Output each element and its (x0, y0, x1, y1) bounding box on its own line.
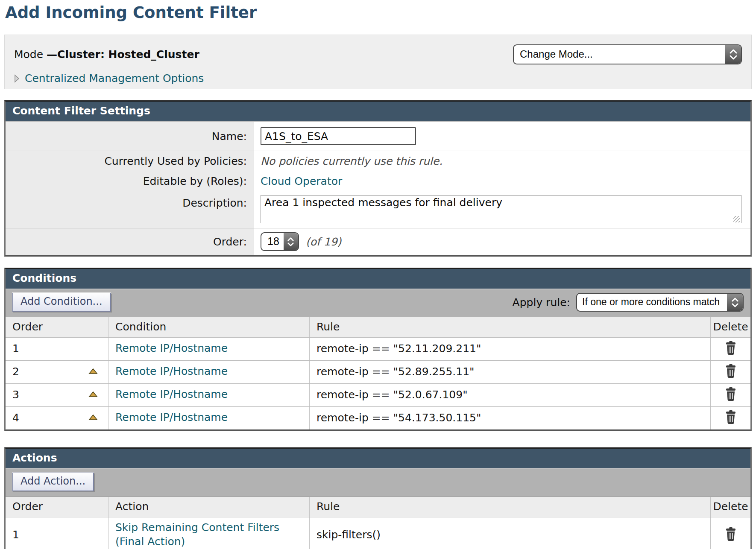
add-condition-button[interactable]: Add Condition... (12, 293, 111, 312)
move-up-button[interactable] (88, 414, 98, 422)
description-label: Description: (6, 191, 254, 228)
change-mode-selected-value: Change Mode... (514, 45, 725, 64)
condition-rule: remote-ip == "54.173.50.115" (309, 407, 710, 429)
mode-label: Mode (14, 48, 47, 61)
column-header-delete: Delete (710, 317, 750, 337)
action-rule: skip-filters() (309, 517, 710, 549)
condition-link[interactable]: Remote IP/Hostname (115, 411, 228, 425)
mode-text: Mode —Cluster: Hosted_Cluster (14, 48, 199, 61)
select-stepper-icon (284, 233, 298, 250)
conditions-column-headers: Order Condition Rule Delete (6, 317, 750, 337)
condition-order: 3 (12, 388, 19, 401)
condition-order: 2 (12, 365, 19, 378)
disclosure-triangle-icon[interactable] (14, 74, 20, 83)
actions-column-headers: Order Action Rule Delete (6, 497, 750, 517)
condition-link[interactable]: Remote IP/Hostname (115, 388, 228, 402)
apply-rule-select[interactable]: If one or more conditions match (576, 293, 744, 312)
move-up-button[interactable] (88, 368, 98, 376)
order-select[interactable]: 18 (261, 232, 299, 251)
conditions-toolbar: Add Condition... Apply rule: If one or m… (6, 289, 750, 317)
mode-panel: Mode —Cluster: Hosted_Cluster Change Mod… (4, 35, 752, 89)
conditions-header: Conditions (6, 269, 750, 289)
description-textarea[interactable]: Area 1 inspected messages for final deli… (261, 195, 741, 223)
action-link[interactable]: Skip Remaining Content Filters (Final Ac… (115, 521, 292, 549)
select-stepper-icon (725, 45, 741, 64)
editable-label: Editable by (Roles): (6, 171, 254, 191)
condition-link[interactable]: Remote IP/Hostname (115, 342, 228, 356)
delete-condition-button[interactable] (725, 341, 737, 356)
trash-icon (725, 387, 737, 402)
trash-icon (725, 527, 737, 542)
column-header-action: Action (108, 497, 309, 517)
column-header-order: Order (6, 497, 108, 517)
condition-rule: remote-ip == "52.11.209.211" (309, 338, 710, 360)
select-stepper-icon (727, 294, 743, 311)
description-row: Description: Area 1 inspected messages f… (6, 191, 750, 228)
actions-toolbar: Add Action... (6, 468, 750, 497)
move-up-button[interactable] (88, 391, 98, 399)
apply-rule-label: Apply rule: (513, 296, 570, 309)
table-row: 3 Remote IP/Hostname remote-ip == "52.0.… (6, 383, 750, 406)
table-row: 4 Remote IP/Hostname remote-ip == "54.17… (6, 406, 750, 429)
editable-row: Editable by (Roles): Cloud Operator (6, 171, 750, 191)
condition-rule: remote-ip == "52.89.255.11" (309, 361, 710, 383)
policies-row: Currently Used by Policies: No policies … (6, 151, 750, 171)
add-action-button[interactable]: Add Action... (12, 473, 94, 491)
delete-condition-button[interactable] (725, 364, 737, 379)
move-up-arrow-icon (88, 368, 98, 376)
name-label: Name: (6, 122, 254, 151)
order-selected-value: 18 (261, 233, 284, 250)
move-up-arrow-icon (88, 414, 98, 422)
order-label: Order: (6, 228, 254, 255)
content-filter-settings-header: Content Filter Settings (6, 102, 750, 121)
move-up-arrow-icon (88, 391, 98, 399)
column-header-order: Order (6, 317, 108, 337)
policies-label: Currently Used by Policies: (6, 151, 254, 171)
table-row: 1 Remote IP/Hostname remote-ip == "52.11… (6, 337, 750, 360)
order-total-note: (of 19) (306, 236, 341, 248)
action-order: 1 (12, 529, 19, 541)
order-row: Order: 18 (of 19) (6, 228, 750, 255)
table-row: 1 Skip Remaining Content Filters (Final … (6, 517, 750, 549)
trash-icon (725, 410, 737, 425)
column-header-rule: Rule (309, 497, 710, 517)
apply-rule-selected-value: If one or more conditions match (577, 294, 727, 311)
trash-icon (725, 341, 737, 356)
column-header-rule: Rule (309, 317, 710, 337)
delete-action-button[interactable] (725, 527, 737, 542)
change-mode-select[interactable]: Change Mode... (513, 44, 742, 64)
mode-value: —Cluster: Hosted_Cluster (47, 48, 199, 61)
editable-roles-link[interactable]: Cloud Operator (261, 175, 342, 187)
actions-header: Actions (6, 449, 750, 468)
centralized-management-options-link[interactable]: Centralized Management Options (25, 72, 204, 85)
conditions-section: Conditions Add Condition... Apply rule: … (4, 268, 752, 431)
condition-order: 4 (12, 412, 19, 424)
condition-rule: remote-ip == "52.0.67.109" (309, 384, 710, 406)
delete-condition-button[interactable] (725, 387, 737, 402)
delete-condition-button[interactable] (725, 410, 737, 425)
column-header-condition: Condition (108, 317, 309, 337)
trash-icon (725, 364, 737, 379)
column-header-delete: Delete (710, 497, 750, 517)
table-row: 2 Remote IP/Hostname remote-ip == "52.89… (6, 360, 750, 383)
actions-section: Actions Add Action... Order Action Rule … (4, 447, 752, 549)
name-input[interactable] (261, 127, 416, 145)
policies-value: No policies currently use this rule. (261, 155, 442, 167)
page-title: Add Incoming Content Filter (5, 3, 756, 22)
content-filter-settings-section: Content Filter Settings Name: Currently … (4, 100, 752, 257)
name-row: Name: (6, 121, 750, 151)
condition-order: 1 (12, 342, 19, 355)
condition-link[interactable]: Remote IP/Hostname (115, 365, 228, 379)
